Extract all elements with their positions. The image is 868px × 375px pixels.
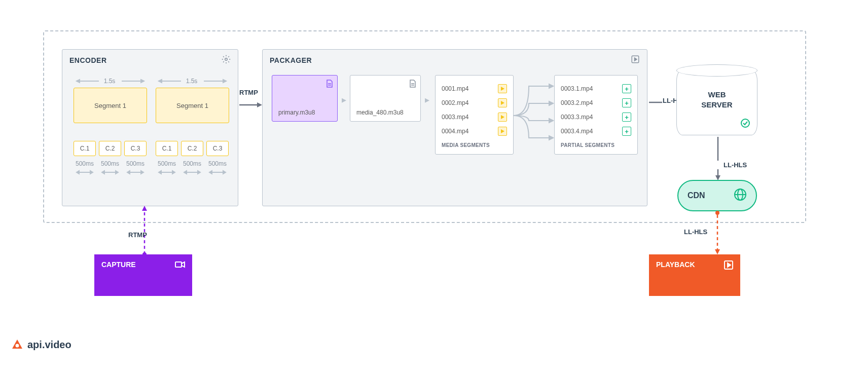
svg-marker-36 xyxy=(549,101,553,105)
svg-marker-53 xyxy=(182,262,185,267)
chunk-1-2: C.2 xyxy=(99,141,121,156)
svg-marker-11 xyxy=(90,171,93,174)
packager-title: PACKAGER xyxy=(270,56,312,64)
segment-box-1: Segment 1 xyxy=(74,88,147,123)
file-icon xyxy=(409,80,416,89)
svg-marker-31 xyxy=(501,87,504,91)
web-server: WEBSERVER xyxy=(676,69,757,135)
svg-marker-17 xyxy=(141,171,143,174)
svg-marker-33 xyxy=(501,115,504,119)
packager-panel: PACKAGER primary.m3u8 ▸ media_480.m3u8 ▸… xyxy=(262,49,647,206)
svg-marker-13 xyxy=(102,171,104,174)
chunk-1-1: C.1 xyxy=(74,141,96,156)
partial-segments-list: 0003.1.mp4+ 0003.2.mp4+ 0003.3.mp4+ 0003… xyxy=(554,75,638,155)
svg-marker-56 xyxy=(715,249,720,254)
plus-icon: + xyxy=(622,98,631,107)
camera-icon xyxy=(175,260,185,290)
svg-marker-14 xyxy=(116,171,118,174)
svg-marker-7 xyxy=(159,80,162,83)
chunk-2-3: C.3 xyxy=(206,141,229,156)
chunk-2-2: C.2 xyxy=(181,141,203,156)
svg-marker-58 xyxy=(728,263,731,267)
rtmp-capture-label: RTMP xyxy=(128,231,147,239)
svg-marker-34 xyxy=(501,129,504,133)
pipeline-container: ENCODER 1.5s Segment 1 1.5s Segment 1 C.… xyxy=(43,30,806,223)
svg-marker-32 xyxy=(501,101,504,105)
svg-point-42 xyxy=(741,119,749,127)
partial-segments-label: PARTIAL SEGMENTS xyxy=(561,142,631,148)
svg-marker-28 xyxy=(257,102,262,107)
playback-node: PLAYBACK xyxy=(649,254,740,296)
check-circle-icon xyxy=(740,118,750,130)
segment-box-2: Segment 1 xyxy=(156,88,229,123)
arrow-right-icon xyxy=(649,99,662,106)
svg-marker-19 xyxy=(159,171,161,174)
chevron-right-icon: ▸ xyxy=(342,94,346,105)
dashed-arrow-up xyxy=(141,206,148,254)
svg-marker-8 xyxy=(223,80,226,83)
logo-icon xyxy=(11,339,23,351)
svg-marker-23 xyxy=(198,171,200,174)
fanout-connector xyxy=(514,79,554,145)
encoder-panel: ENCODER 1.5s Segment 1 1.5s Segment 1 C.… xyxy=(62,49,238,206)
play-icon xyxy=(498,113,507,122)
plus-icon: + xyxy=(622,84,631,93)
media-segments-list: 0001.mp4 0002.mp4 0003.mp4 0004.mp4 MEDI… xyxy=(435,75,514,155)
svg-marker-38 xyxy=(549,136,553,140)
file-icon xyxy=(326,80,333,89)
primary-playlist: primary.m3u8 xyxy=(272,75,338,122)
svg-marker-16 xyxy=(127,171,130,174)
arrow-down-icon xyxy=(714,169,721,180)
cdn-node: CDN xyxy=(677,180,757,211)
chunk-2-1: C.1 xyxy=(156,141,178,156)
svg-point-54 xyxy=(715,211,719,215)
svg-marker-3 xyxy=(77,80,80,83)
gear-icon xyxy=(222,55,231,65)
play-square-icon xyxy=(724,260,733,290)
svg-rect-52 xyxy=(175,262,182,267)
capture-node: CAPTURE xyxy=(94,254,192,296)
svg-marker-10 xyxy=(77,171,79,174)
svg-marker-35 xyxy=(549,84,553,88)
media-segments-label: MEDIA SEGMENTS xyxy=(442,142,507,148)
svg-marker-30 xyxy=(635,58,637,61)
dashed-arrow-down xyxy=(714,211,721,254)
svg-marker-22 xyxy=(184,171,187,174)
media-playlist: media_480.m3u8 xyxy=(350,75,421,122)
svg-marker-25 xyxy=(209,171,212,174)
svg-point-59 xyxy=(16,344,19,348)
play-icon xyxy=(498,127,507,136)
svg-marker-4 xyxy=(141,80,144,83)
chevron-right-icon: ▸ xyxy=(425,94,429,105)
svg-marker-26 xyxy=(223,171,226,174)
brand-logo: api.video xyxy=(11,339,71,351)
chunk-time: 500ms xyxy=(74,160,96,167)
plus-icon: + xyxy=(622,113,631,122)
encoder-title: ENCODER xyxy=(69,56,107,64)
svg-point-0 xyxy=(225,58,228,61)
play-icon xyxy=(498,98,507,107)
svg-marker-20 xyxy=(172,171,175,174)
plus-icon: + xyxy=(622,127,631,136)
play-icon xyxy=(498,84,507,93)
globe-icon xyxy=(734,188,747,203)
llhls-label-3: LL-HLS xyxy=(684,228,707,236)
rtmp-label: RTMP xyxy=(239,89,258,96)
chunk-1-3: C.3 xyxy=(124,141,147,156)
play-square-icon xyxy=(631,55,640,65)
svg-marker-50 xyxy=(142,206,147,211)
svg-marker-37 xyxy=(549,119,553,123)
llhls-label-2: LL-HLS xyxy=(724,161,747,169)
arrow-right-icon xyxy=(239,101,262,108)
arrow-down-icon xyxy=(714,137,721,161)
